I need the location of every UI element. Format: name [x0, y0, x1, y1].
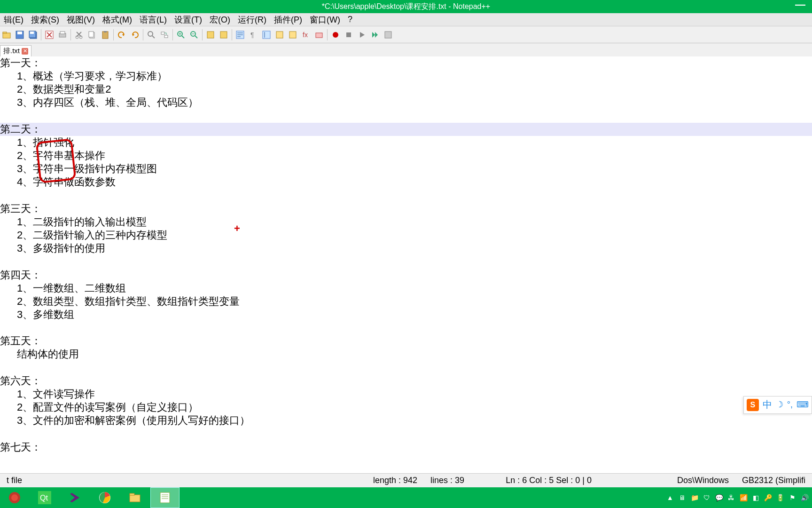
taskbar-chrome[interactable]: [90, 487, 119, 508]
show-all-chars-icon[interactable]: ¶: [247, 29, 259, 41]
tray-monitor-icon[interactable]: 🖥: [678, 493, 687, 502]
editor-line[interactable]: 第二天：: [0, 123, 812, 136]
editor-line[interactable]: 4、字符串做函数参数: [0, 175, 812, 189]
tray-chat-icon[interactable]: 💬: [714, 493, 724, 502]
doc-map-icon[interactable]: [287, 29, 299, 41]
open-icon[interactable]: [0, 29, 13, 41]
editor-line[interactable]: 3、内存四区（栈、堆、全局、代码区）: [0, 96, 812, 109]
zoom-in-icon[interactable]: [175, 29, 187, 41]
func-list-icon[interactable]: fx: [300, 29, 312, 41]
save-icon[interactable]: [14, 29, 26, 41]
ime-moon-icon[interactable]: ☽: [776, 399, 783, 410]
taskbar-start[interactable]: [0, 487, 29, 508]
replace-icon[interactable]: [158, 29, 171, 41]
zoom-out-icon[interactable]: [188, 29, 200, 41]
cut-icon[interactable]: [73, 29, 85, 41]
editor-line[interactable]: 第三天：: [0, 202, 812, 215]
macro-rec-icon[interactable]: [329, 29, 342, 41]
editor-line[interactable]: 3、文件的加密和解密案例（使用别人写好的接口）: [0, 414, 812, 427]
ime-keyboard-icon[interactable]: ⌨: [796, 399, 809, 410]
tray-wifi-icon[interactable]: 📶: [739, 493, 748, 502]
status-lines: lines : 39: [424, 476, 471, 485]
menu-window[interactable]: 窗口(W): [306, 14, 344, 25]
print-icon[interactable]: [56, 29, 69, 41]
find-icon[interactable]: [145, 29, 157, 41]
tray-volume-icon[interactable]: 🔊: [800, 493, 809, 502]
file-tab[interactable]: 排.txt ✕: [0, 45, 31, 56]
macro-fast-icon[interactable]: [369, 29, 381, 41]
editor-line[interactable]: 第七天：: [0, 441, 812, 454]
taskbar-vs[interactable]: [60, 487, 89, 508]
sync-v-icon[interactable]: [204, 29, 217, 41]
editor-line[interactable]: 1、概述（学习要求，学习标准）: [0, 70, 812, 83]
editor-line[interactable]: [0, 361, 812, 374]
menu-search[interactable]: 搜索(S): [27, 14, 63, 25]
menu-settings[interactable]: 设置(T): [171, 14, 206, 25]
close-icon[interactable]: [43, 29, 55, 41]
editor-line[interactable]: 1、文件读写操作: [0, 388, 812, 401]
menu-run[interactable]: 运行(R): [234, 14, 270, 25]
lang-icon[interactable]: [273, 29, 286, 41]
tray-network-icon[interactable]: 🖧: [726, 493, 736, 502]
editor-line[interactable]: [0, 321, 812, 334]
editor-line[interactable]: 2、数据类型和变量2: [0, 83, 812, 96]
undo-icon[interactable]: [116, 29, 128, 41]
svg-marker-50: [375, 32, 378, 38]
macro-stop-icon[interactable]: [343, 29, 355, 41]
macro-play-icon[interactable]: [356, 29, 368, 41]
svg-rect-17: [89, 32, 94, 37]
minimize-button[interactable]: —: [795, 2, 805, 8]
editor-line[interactable]: 2、配置文件的读写案例（自定义接口）: [0, 401, 812, 414]
editor-line[interactable]: 第六天：: [0, 374, 812, 388]
editor-area[interactable]: 第一天：1、概述（学习要求，学习标准）2、数据类型和变量23、内存四区（栈、堆、…: [0, 56, 812, 473]
editor-line[interactable]: 2、字符串基本操作: [0, 149, 812, 162]
tray-app-icon[interactable]: ◧: [751, 493, 760, 502]
editor-line[interactable]: 1、二级指针的输入输出模型: [0, 215, 812, 229]
menu-format[interactable]: 格式(M): [99, 14, 136, 25]
tray-folder-icon[interactable]: 📁: [690, 493, 699, 502]
menu-macro[interactable]: 宏(O): [206, 14, 234, 25]
editor-line[interactable]: 3、多级指针的使用: [0, 242, 812, 255]
editor-line[interactable]: [0, 255, 812, 268]
menu-language[interactable]: 语言(L): [136, 14, 171, 25]
folder-icon[interactable]: [313, 29, 325, 41]
editor-line[interactable]: [0, 427, 812, 440]
save-all-icon[interactable]: [27, 29, 39, 41]
tray-key-icon[interactable]: 🔑: [763, 493, 773, 502]
editor-line[interactable]: 3、多维数组: [0, 308, 812, 321]
tray-shield-icon[interactable]: 🛡: [702, 493, 711, 502]
editor-line[interactable]: 2、数组类型、数组指针类型、数组指针类型变量: [0, 295, 812, 308]
editor-line[interactable]: 3、字符串一级指针内存模型图: [0, 162, 812, 175]
tray-up-icon[interactable]: ▲: [665, 493, 675, 502]
editor-line[interactable]: [0, 189, 812, 202]
copy-icon[interactable]: [86, 29, 98, 41]
ime-punct-icon[interactable]: °,: [787, 399, 793, 410]
editor-line[interactable]: [0, 110, 812, 123]
paste-icon[interactable]: [99, 29, 111, 41]
menu-edit[interactable]: 辑(E): [0, 14, 27, 25]
taskbar-qt[interactable]: Qt: [30, 487, 59, 508]
taskbar-explorer[interactable]: [120, 487, 149, 508]
redo-icon[interactable]: [129, 29, 141, 41]
menu-help[interactable]: ?: [344, 15, 356, 24]
editor-line[interactable]: 第一天：: [0, 56, 812, 70]
menu-plugins[interactable]: 插件(P): [270, 14, 306, 25]
editor-line[interactable]: 1、指针强化: [0, 136, 812, 149]
indent-guide-icon[interactable]: [260, 29, 273, 41]
tab-close-icon[interactable]: ✕: [22, 48, 28, 55]
tray-flag-icon[interactable]: ⚑: [788, 493, 797, 502]
editor-line[interactable]: 1、一维数组、二维数组: [0, 282, 812, 295]
sogou-logo-icon[interactable]: S: [747, 399, 759, 411]
ime-toolbar[interactable]: S 中 ☽ °, ⌨: [743, 396, 812, 414]
menu-view[interactable]: 视图(V): [63, 14, 99, 25]
ime-mode-cn[interactable]: 中: [763, 399, 772, 411]
editor-line[interactable]: 第四天：: [0, 269, 812, 282]
sync-h-icon[interactable]: [218, 29, 230, 41]
editor-line[interactable]: 2、二级指针输入的三种内存模型: [0, 229, 812, 242]
tray-battery-icon[interactable]: 🔋: [775, 493, 785, 502]
taskbar-notepadpp[interactable]: [150, 487, 180, 508]
editor-line[interactable]: 第五天：: [0, 334, 812, 348]
macro-save-icon[interactable]: [382, 29, 394, 41]
wordwrap-icon[interactable]: [234, 29, 246, 41]
editor-line[interactable]: 结构体的使用: [0, 348, 812, 361]
